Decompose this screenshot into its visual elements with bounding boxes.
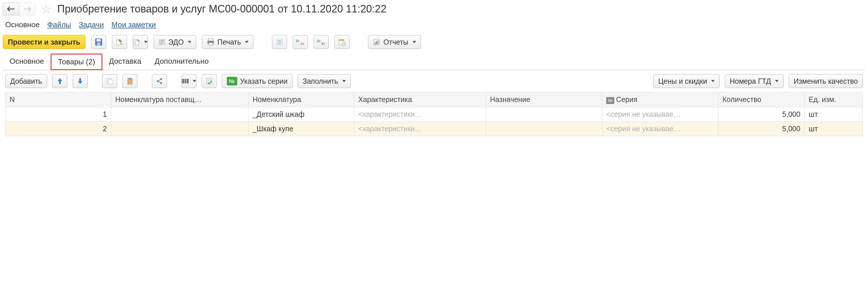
paste-row-button[interactable]	[122, 74, 137, 88]
floppy-icon	[95, 38, 102, 46]
printer-icon	[207, 38, 214, 46]
copy-row-button[interactable]	[102, 74, 117, 88]
nav-tab-notes[interactable]: Мои заметки	[112, 20, 156, 29]
svg-rect-7	[208, 39, 213, 41]
fill-button[interactable]: Заполнить	[298, 74, 351, 88]
svg-text:Cr: Cr	[301, 42, 304, 46]
favorite-star-icon[interactable]: ☆	[41, 2, 52, 16]
number-badge-icon: №	[227, 77, 237, 85]
share-icon	[156, 77, 163, 85]
page-title: Приобретение товаров и услуг МС00-000001…	[57, 3, 386, 15]
chevron-down-icon	[193, 80, 196, 82]
series-badge-icon: №	[606, 97, 614, 104]
dt-kt-button[interactable]: ДтКт	[314, 35, 329, 49]
doc-check-icon	[206, 77, 213, 85]
print-button[interactable]: Печать	[202, 35, 253, 49]
svg-text:Dr: Dr	[296, 39, 300, 42]
svg-rect-17	[339, 39, 344, 41]
change-quality-button[interactable]: Изменить качество	[789, 74, 863, 88]
svg-rect-2	[97, 43, 100, 45]
col-header-series[interactable]: №Серия	[602, 92, 718, 107]
svg-rect-22	[378, 40, 378, 44]
svg-rect-5	[135, 41, 138, 45]
col-header-char[interactable]: Характеристика	[354, 92, 486, 107]
svg-rect-1	[97, 39, 101, 41]
add-row-button[interactable]: Добавить	[5, 74, 47, 88]
cell-char[interactable]: <характеристики…	[354, 121, 486, 136]
svg-point-10	[212, 41, 213, 42]
share-button[interactable]	[152, 74, 167, 88]
schedule-button[interactable]	[335, 35, 349, 49]
subtab-main[interactable]: Основное	[3, 54, 51, 70]
arrow-up-icon	[57, 78, 63, 85]
subtab-delivery[interactable]: Доставка	[102, 54, 148, 70]
save-button[interactable]	[91, 35, 106, 49]
edo-icon	[159, 38, 165, 46]
dr-cr-button[interactable]: DrCr	[293, 35, 308, 49]
svg-rect-21	[376, 41, 377, 44]
cell-char[interactable]: <характеристики…	[354, 107, 486, 121]
post-button[interactable]	[112, 35, 127, 49]
cell-supplier-nom[interactable]	[111, 121, 249, 136]
reports-label: Отчеты	[383, 38, 408, 46]
cell-series[interactable]: <серия не указывае…	[602, 107, 718, 121]
col-header-qty[interactable]: Количество	[718, 92, 805, 107]
structure-button[interactable]	[272, 35, 287, 49]
cell-series[interactable]: <серия не указывае…	[602, 121, 718, 136]
nav-tab-main[interactable]: Основное	[5, 20, 40, 29]
col-header-nom[interactable]: Номенклатура	[248, 92, 354, 107]
col-header-unit[interactable]: Ед. изм.	[805, 92, 863, 107]
col-header-purpose[interactable]: Назначение	[486, 92, 602, 107]
nav-tab-files[interactable]: Файлы	[47, 20, 71, 29]
chevron-down-icon	[775, 80, 779, 82]
prices-discounts-button[interactable]: Цены и скидки	[653, 74, 720, 88]
chevron-down-icon	[412, 41, 416, 43]
check-doc-button[interactable]	[202, 74, 217, 88]
svg-rect-20	[375, 42, 376, 44]
cell-nom[interactable]: _Шкаф купе	[248, 121, 354, 136]
chart-icon	[373, 38, 380, 46]
chevron-down-icon	[144, 41, 148, 43]
cell-purpose[interactable]	[486, 121, 602, 136]
edo-button[interactable]: ЭДО	[154, 35, 196, 49]
cell-nom[interactable]: _Детский шкаф	[248, 107, 354, 121]
nav-back-button[interactable]	[3, 3, 19, 16]
cell-supplier-nom[interactable]	[111, 107, 249, 121]
svg-text:Кт: Кт	[321, 42, 325, 46]
cell-qty[interactable]: 5,000	[718, 121, 805, 136]
nav-tab-tasks[interactable]: Задачи	[79, 20, 104, 29]
series-header-text: Серия	[616, 95, 637, 104]
arrow-down-icon	[77, 78, 83, 85]
fill-label: Заполнить	[303, 77, 338, 85]
save-close-button[interactable]: Провести и закрыть	[3, 35, 85, 49]
subtab-additional[interactable]: Дополнительно	[148, 54, 215, 70]
copy-doc-icon	[133, 38, 140, 46]
create-based-button[interactable]	[133, 35, 148, 49]
col-header-n[interactable]: N	[5, 92, 111, 107]
move-down-button[interactable]	[73, 74, 88, 88]
table-row[interactable]: 1 _Детский шкаф <характеристики… <серия …	[5, 107, 863, 121]
cell-n[interactable]: 2	[5, 121, 111, 136]
goods-table: N Номенклатура поставщ… Номенклатура Хар…	[5, 92, 863, 136]
post-icon	[116, 38, 124, 46]
table-row[interactable]: 2 _Шкаф купе <характеристики… <серия не …	[5, 121, 863, 136]
edo-label: ЭДО	[168, 38, 184, 46]
prices-label: Цены и скидки	[658, 77, 707, 85]
cell-unit[interactable]: шт	[805, 121, 863, 136]
specify-series-label: Указать серии	[240, 77, 288, 85]
cell-qty[interactable]: 5,000	[718, 107, 805, 121]
move-up-button[interactable]	[52, 74, 67, 88]
print-label: Печать	[217, 38, 241, 46]
cell-n[interactable]: 1	[5, 107, 111, 121]
clipboard-icon	[126, 77, 134, 85]
chevron-down-icon	[711, 80, 715, 82]
barcode-button[interactable]	[181, 74, 196, 88]
reports-button[interactable]: Отчеты	[368, 35, 421, 49]
cell-unit[interactable]: шт	[805, 107, 863, 121]
chevron-down-icon	[342, 80, 346, 82]
gtd-numbers-button[interactable]: Номера ГТД	[725, 74, 783, 88]
subtab-goods[interactable]: Товары (2)	[51, 54, 102, 70]
col-header-supplier-nom[interactable]: Номенклатура поставщ…	[111, 92, 249, 107]
specify-series-button[interactable]: № Указать серии	[222, 74, 292, 88]
cell-purpose[interactable]	[486, 107, 602, 121]
